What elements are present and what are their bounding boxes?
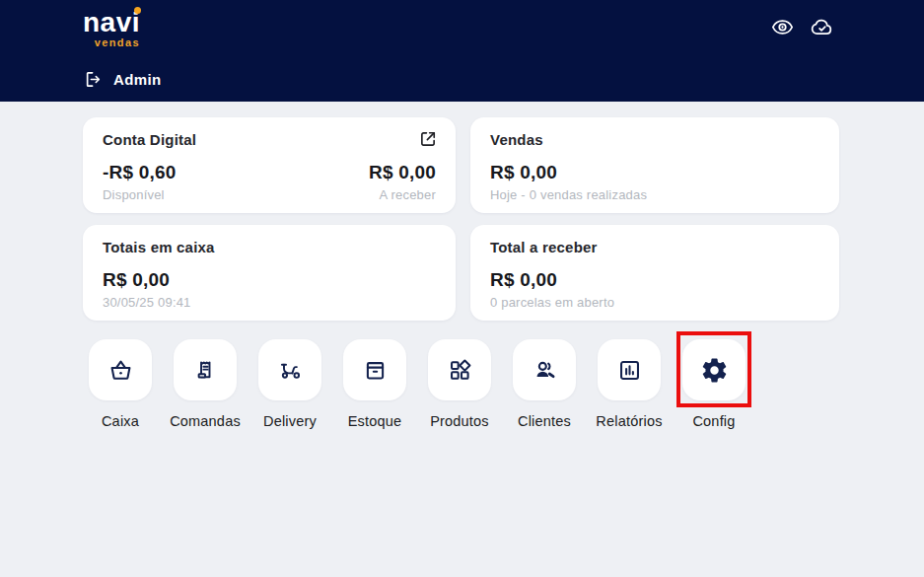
logout-icon [83,69,104,90]
nav-item-comandas: Comandas [163,339,248,429]
external-link-button[interactable] [417,128,439,150]
card-title: Vendas [490,131,819,149]
header-actions [769,15,835,39]
nav-item-caixa: Caixa [78,339,163,429]
nav-button[interactable] [682,339,746,400]
nav-button[interactable] [258,339,321,400]
brand-dot [134,7,141,14]
nav-button[interactable] [428,339,491,400]
card-title: Total a receber [490,239,819,256]
brand-name: navi [83,9,140,36]
nav-button[interactable] [89,339,152,400]
user-name-label: Admin [113,71,162,88]
nav-item-config: Config [672,339,756,429]
nav-label: Comandas [170,413,241,429]
gear-icon [700,356,729,385]
nav-label: Produtos [430,413,489,429]
nav-item-produtos: Produtos [417,339,502,429]
to-receive-caption: 0 parcelas em aberto [490,295,819,310]
card-title: Conta Digital [103,131,436,149]
cash-total-timestamp: 30/05/25 09:41 [103,295,436,310]
category-icon [446,356,474,385]
to-receive-value: R$ 0,00 [490,269,819,291]
nav-button[interactable] [174,339,237,400]
nav-button[interactable] [343,339,406,400]
chart-icon [615,356,644,385]
nav-label: Caixa [102,413,139,429]
receivable-value: R$ 0,00 [369,162,436,183]
card-totais-em-caixa: Totais em caixa R$ 0,00 30/05/25 09:41 [83,225,456,321]
nav-button[interactable] [598,339,661,400]
cloud-check-icon[interactable] [809,15,835,39]
users-icon [531,356,559,385]
nav-item-estoque: Estoque [332,339,417,429]
external-link-icon [417,128,439,150]
nav-item-delivery: Delivery [248,339,332,429]
receivable-column: R$ 0,00 A receber [369,162,436,202]
nav-label: Relatórios [596,413,662,429]
nav-label: Delivery [263,413,317,429]
box-icon [361,356,390,385]
quick-nav: Caixa Comandas Delivery Estoque [78,339,756,429]
card-title: Totais em caixa [103,239,436,256]
card-total-a-receber: Total a receber R$ 0,00 0 parcelas em ab… [470,225,839,321]
card-conta-digital: Conta Digital -R$ 0,60 Disponível R$ 0,0… [83,117,456,213]
sales-value: R$ 0,00 [490,162,819,183]
basket-icon [107,356,135,385]
logout-button[interactable]: Admin [83,69,162,90]
card-vendas: Vendas R$ 0,00 Hoje - 0 vendas realizada… [470,117,839,213]
receivable-caption: A receber [369,187,436,202]
nav-button[interactable] [513,339,576,400]
app-root: navi vendas Admin Conta Digital -R$ 0,60… [0,0,924,577]
scooter-icon [276,356,305,385]
nav-label: Clientes [518,413,571,429]
receipt-icon [191,356,220,385]
nav-item-clientes: Clientes [502,339,587,429]
nav-label: Estoque [348,413,402,429]
brand-logo: navi vendas [83,9,140,48]
brand-subtitle: vendas [83,37,140,48]
eye-icon[interactable] [769,15,796,39]
sales-caption: Hoje - 0 vendas realizadas [490,187,819,202]
top-bar: navi vendas Admin [0,0,924,102]
nav-item-relatórios: Relatórios [587,339,672,429]
nav-label: Config [692,413,735,429]
cash-total-value: R$ 0,00 [103,269,436,291]
